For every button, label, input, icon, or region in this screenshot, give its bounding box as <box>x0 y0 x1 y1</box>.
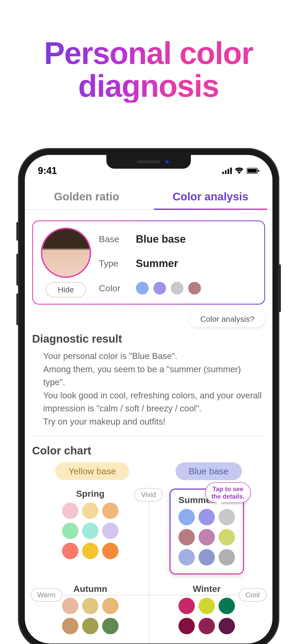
color-chart: Yellow base Blue base Vivid Warm Cool Sp… <box>32 462 265 643</box>
color-swatch[interactable] <box>178 509 195 525</box>
base-value: Blue base <box>136 233 201 245</box>
svg-rect-5 <box>247 169 257 173</box>
hide-button[interactable]: Hide <box>46 282 86 297</box>
color-swatch[interactable] <box>62 523 78 539</box>
color-chart-title: Color chart <box>32 444 265 457</box>
color-swatch[interactable] <box>178 549 195 565</box>
base-label: Base <box>99 234 128 244</box>
color-swatch[interactable] <box>62 503 78 519</box>
quad-summer[interactable]: Tap to seethe details. Summer <box>149 484 265 579</box>
type-label: Type <box>99 258 128 269</box>
color-swatch[interactable] <box>178 529 195 545</box>
divider <box>32 436 265 436</box>
color-swatch[interactable] <box>199 509 215 525</box>
color-analysis-help-button[interactable]: Color analysis? <box>190 311 265 327</box>
color-swatch[interactable] <box>199 529 215 545</box>
svg-rect-3 <box>230 168 232 174</box>
wifi-icon <box>235 168 243 174</box>
color-swatch[interactable] <box>102 523 119 539</box>
diagnostic-result-title: Diagnostic result <box>32 333 265 345</box>
color-swatch[interactable] <box>62 543 78 559</box>
color-swatch[interactable] <box>82 543 98 559</box>
color-swatch[interactable] <box>199 598 215 614</box>
axis-vertical <box>149 490 149 643</box>
user-photo[interactable] <box>41 228 91 278</box>
color-label: Color <box>99 283 128 293</box>
color-swatch[interactable] <box>82 503 98 519</box>
color-swatch[interactable] <box>62 618 78 634</box>
quad-spring[interactable]: Spring <box>32 484 149 579</box>
axis-label-cool: Cool <box>239 588 266 601</box>
axis-horizontal <box>32 595 265 595</box>
result-color-dots <box>136 282 201 295</box>
silence-switch <box>16 222 18 241</box>
result-card: Hide Base Blue base Type Summer Color <box>32 220 265 305</box>
volume-down-button <box>16 293 18 325</box>
color-dot <box>171 282 183 295</box>
power-button <box>279 264 281 312</box>
svg-rect-2 <box>228 169 229 174</box>
color-swatch[interactable] <box>102 598 119 614</box>
color-swatch[interactable] <box>219 509 235 525</box>
svg-rect-6 <box>258 170 259 172</box>
phone-frame: 9:41 Golden ratio Color analysis <box>18 148 279 644</box>
cellular-icon <box>222 168 232 174</box>
axis-label-warm: Warm <box>31 588 62 601</box>
quad-spring-title: Spring <box>76 489 105 499</box>
color-swatch[interactable] <box>102 503 119 519</box>
volume-up-button <box>16 254 18 286</box>
phone-notch <box>106 155 191 169</box>
svg-rect-0 <box>222 172 224 174</box>
color-swatch[interactable] <box>178 598 195 614</box>
color-swatch[interactable] <box>219 549 235 565</box>
color-swatch[interactable] <box>199 549 215 565</box>
tabs: Golden ratio Color analysis <box>25 184 272 210</box>
quad-winter-title: Winter <box>193 584 220 594</box>
color-dot <box>153 282 166 295</box>
battery-icon <box>247 168 259 174</box>
color-swatch[interactable] <box>219 598 235 614</box>
axis-label-vivid: Vivid <box>134 488 163 502</box>
type-value: Summer <box>136 257 201 269</box>
color-swatch[interactable] <box>82 618 98 634</box>
tap-tooltip: Tap to seethe details. <box>205 482 251 503</box>
color-swatch[interactable] <box>102 543 119 559</box>
tab-golden-ratio[interactable]: Golden ratio <box>25 184 149 209</box>
color-swatch[interactable] <box>199 618 215 634</box>
color-swatch[interactable] <box>219 529 235 545</box>
color-swatch[interactable] <box>102 618 119 634</box>
color-swatch[interactable] <box>82 598 98 614</box>
color-swatch[interactable] <box>178 618 195 634</box>
color-dot <box>136 282 149 295</box>
tab-color-analysis[interactable]: Color analysis <box>149 184 272 209</box>
phone-screen: 9:41 Golden ratio Color analysis <box>25 155 272 643</box>
blue-base-pill: Blue base <box>176 462 242 480</box>
status-time: 9:41 <box>38 165 57 176</box>
hero-title: Personal color diagnosis <box>0 37 297 103</box>
color-swatch[interactable] <box>62 598 78 614</box>
diagnostic-result-text: Your personal color is "Blue Base".Among… <box>43 349 265 428</box>
color-swatch[interactable] <box>219 618 235 634</box>
color-dot <box>188 282 201 295</box>
color-swatch[interactable] <box>82 523 98 539</box>
yellow-base-pill: Yellow base <box>55 462 129 480</box>
svg-rect-1 <box>225 170 227 174</box>
quad-autumn-title: Autumn <box>73 584 107 594</box>
